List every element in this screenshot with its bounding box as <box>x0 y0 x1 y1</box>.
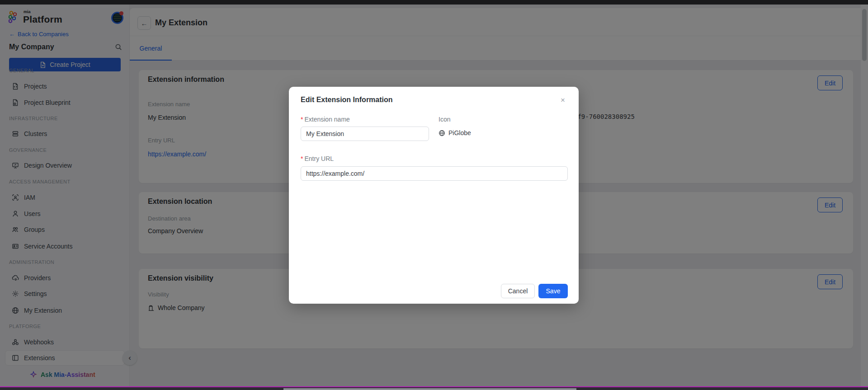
entry-url-input[interactable] <box>301 166 568 181</box>
required-asterisk: * <box>301 116 303 123</box>
close-icon[interactable]: × <box>561 96 565 105</box>
icon-label: Icon <box>439 116 450 123</box>
top-window-strip <box>0 0 868 5</box>
icon-value: PiGlobe <box>439 129 471 136</box>
globe-icon <box>439 130 445 136</box>
screen: mia Platform ← Back to Companies My Comp… <box>0 0 868 390</box>
modal-title: Edit Extension Information <box>301 96 393 104</box>
extension-name-input[interactable] <box>301 127 429 141</box>
edit-extension-modal: Edit Extension Information × *Extension … <box>289 87 579 304</box>
entry-url-label: *Entry URL <box>301 155 334 162</box>
bottom-window-strip <box>0 386 868 390</box>
extension-name-label: *Extension name <box>301 116 350 123</box>
required-asterisk: * <box>301 155 303 162</box>
bottom-strip-segment <box>283 388 576 390</box>
cancel-button[interactable]: Cancel <box>501 284 535 298</box>
save-button[interactable]: Save <box>538 284 568 298</box>
